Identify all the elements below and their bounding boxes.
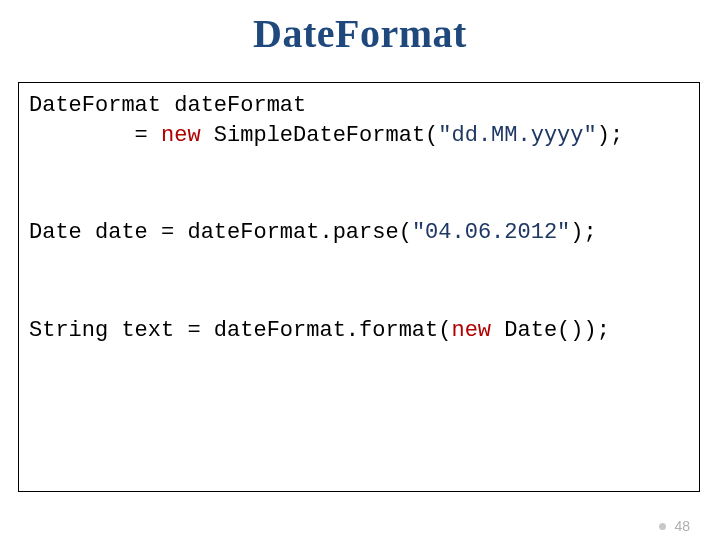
code-text: Date()); — [491, 318, 610, 343]
code-line-1: DateFormat dateFormat — [29, 91, 689, 121]
code-text: ); — [570, 220, 596, 245]
keyword-new: new — [161, 123, 201, 148]
page-number: 48 — [674, 518, 690, 534]
blank-gap — [29, 248, 689, 316]
slide-footer: 48 — [659, 518, 690, 534]
blank-gap — [29, 150, 689, 218]
code-line-4: String text = dateFormat.format(new Date… — [29, 316, 689, 346]
code-line-3: Date date = dateFormat.parse("04.06.2012… — [29, 218, 689, 248]
bullet-icon — [659, 523, 666, 530]
code-text: DateFormat dateFormat — [29, 93, 306, 118]
code-text: ); — [597, 123, 623, 148]
keyword-new: new — [451, 318, 491, 343]
slide-root: DateFormat DateFormat dateFormat = new S… — [0, 0, 720, 540]
string-literal: "dd.MM.yyyy" — [438, 123, 596, 148]
code-line-2: = new SimpleDateFormat("dd.MM.yyyy"); — [29, 121, 689, 151]
code-text: String text = dateFormat.format( — [29, 318, 451, 343]
code-text: Date date = dateFormat.parse( — [29, 220, 412, 245]
code-block: DateFormat dateFormat = new SimpleDateFo… — [18, 82, 700, 492]
code-indent: = — [29, 123, 161, 148]
slide-title: DateFormat — [0, 10, 720, 57]
string-literal: "04.06.2012" — [412, 220, 570, 245]
code-text: SimpleDateFormat( — [201, 123, 439, 148]
